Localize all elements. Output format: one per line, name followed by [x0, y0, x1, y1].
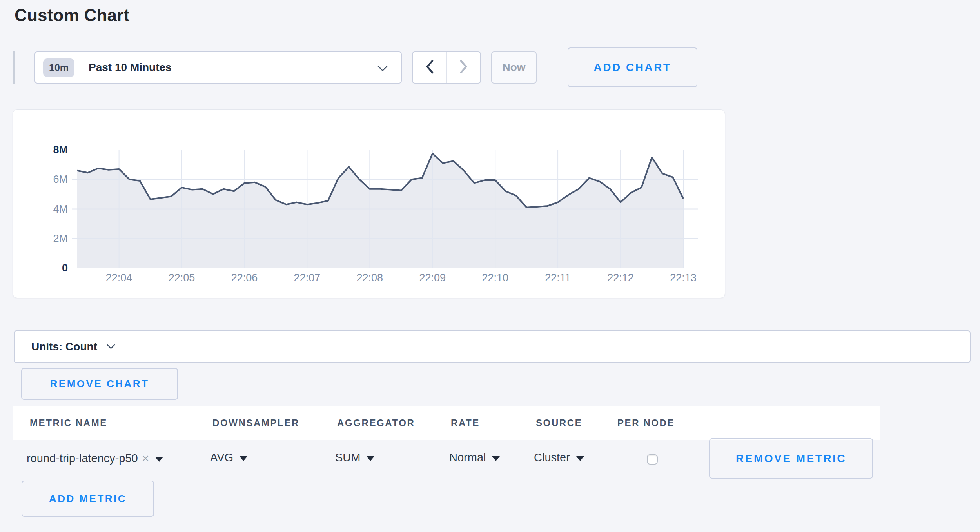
- dropdown-caret-icon: [576, 456, 584, 461]
- aggregator-dropdown[interactable]: SUM: [335, 451, 374, 464]
- chart-panel: 02M4M6M8M22:0422:0522:0622:0722:0822:092…: [13, 109, 725, 298]
- dropdown-caret-icon: [367, 456, 374, 461]
- svg-text:22:06: 22:06: [231, 272, 258, 284]
- svg-text:8M: 8M: [53, 144, 68, 156]
- metric-name-dropdown[interactable]: round-trip-latency-p50 ×: [27, 451, 163, 466]
- aggregator-value: SUM: [335, 451, 360, 464]
- remove-chart-button[interactable]: REMOVE CHART: [21, 368, 178, 400]
- chevron-left-icon: [425, 60, 434, 75]
- now-button[interactable]: Now: [491, 51, 537, 84]
- add-chart-button[interactable]: ADD CHART: [568, 47, 697, 87]
- svg-text:0: 0: [62, 262, 68, 274]
- per-node-checkbox[interactable]: [647, 454, 658, 465]
- downsampler-dropdown[interactable]: AVG: [210, 451, 247, 464]
- rate-value: Normal: [449, 451, 486, 464]
- rate-dropdown[interactable]: Normal: [449, 451, 500, 464]
- svg-text:22:13: 22:13: [670, 272, 697, 284]
- svg-text:22:04: 22:04: [106, 272, 132, 284]
- add-metric-button[interactable]: ADD METRIC: [22, 481, 154, 517]
- chevron-down-icon: [377, 66, 388, 73]
- prev-time-button[interactable]: [413, 52, 446, 83]
- svg-text:4M: 4M: [53, 203, 68, 215]
- units-select[interactable]: Units: Count: [14, 330, 971, 363]
- next-time-button[interactable]: [446, 52, 480, 83]
- svg-text:2M: 2M: [53, 233, 68, 244]
- dropdown-caret-icon: [155, 457, 163, 462]
- chevron-right-icon: [459, 60, 468, 75]
- column-header-per-node: PER NODE: [617, 417, 675, 428]
- svg-text:22:09: 22:09: [419, 272, 446, 284]
- column-header-metric-name: METRIC NAME: [30, 417, 107, 428]
- downsampler-value: AVG: [210, 451, 233, 464]
- column-header-downsampler: DOWNSAMPLER: [212, 417, 299, 428]
- svg-text:6M: 6M: [53, 173, 68, 185]
- column-header-aggregator: AGGREGATOR: [337, 417, 415, 428]
- close-icon[interactable]: ×: [142, 451, 149, 466]
- source-value: Cluster: [534, 451, 570, 464]
- dropdown-caret-icon: [240, 456, 247, 461]
- time-window-select[interactable]: 10m Past 10 Minutes: [34, 51, 402, 84]
- svg-text:22:11: 22:11: [545, 272, 571, 284]
- time-window-badge: 10m: [43, 58, 74, 77]
- svg-text:22:08: 22:08: [357, 272, 383, 284]
- remove-metric-button[interactable]: REMOVE METRIC: [709, 438, 873, 479]
- chevron-down-icon: [107, 344, 115, 351]
- svg-text:22:07: 22:07: [294, 272, 321, 284]
- toolbar-left-divider: [13, 51, 15, 84]
- column-header-rate: RATE: [451, 417, 480, 428]
- metrics-table-header: METRIC NAME DOWNSAMPLER AGGREGATOR RATE …: [13, 406, 880, 440]
- units-select-label: Units: Count: [31, 341, 97, 353]
- dropdown-caret-icon: [492, 456, 500, 461]
- time-window-label: Past 10 Minutes: [89, 61, 172, 74]
- svg-text:22:10: 22:10: [482, 272, 508, 284]
- column-header-source: SOURCE: [536, 417, 582, 428]
- svg-text:22:05: 22:05: [169, 272, 195, 284]
- svg-text:22:12: 22:12: [607, 272, 634, 284]
- time-step-buttons: [412, 51, 481, 84]
- page-title: Custom Chart: [15, 5, 129, 25]
- source-dropdown[interactable]: Cluster: [534, 451, 584, 464]
- metrics-area-chart: 02M4M6M8M22:0422:0522:0622:0722:0822:092…: [13, 110, 725, 298]
- metric-name-value: round-trip-latency-p50: [27, 452, 138, 465]
